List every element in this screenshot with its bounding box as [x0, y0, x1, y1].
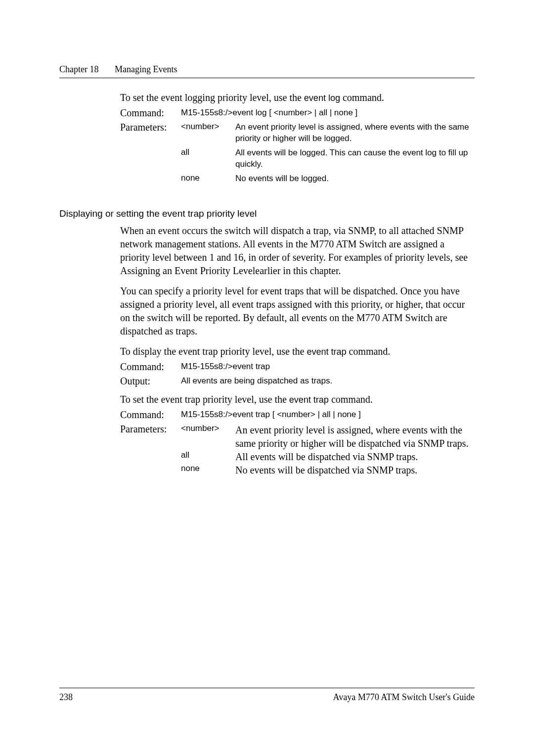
intro-set-event-trap: To set the event trap priority level, us… — [120, 393, 475, 406]
param-desc: All events will be logged. This can caus… — [235, 147, 475, 170]
section-heading: Displaying or setting the event trap pri… — [59, 208, 475, 219]
intro-post: command. — [346, 346, 390, 357]
output-row: Output: All events are being dispatched … — [120, 376, 475, 387]
parameters-list: <number> An event priority level is assi… — [181, 122, 475, 185]
parameters-row: Parameters: <number> An event priority l… — [120, 122, 475, 185]
param-desc: All events will be dispatched via SNMP t… — [235, 450, 475, 464]
command-value: M15-155s8:/>event trap — [181, 361, 475, 373]
intro-post: command. — [329, 394, 373, 405]
param-desc: No events will be logged. — [235, 173, 475, 185]
command-row: Command: M15-155s8:/>event trap [ <numbe… — [120, 409, 475, 421]
param-key: <number> — [181, 122, 235, 144]
output-value: All events are being dispatched as traps… — [181, 376, 475, 387]
param-key: none — [181, 464, 235, 477]
command-value: M15-155s8:/>event trap [ <number> | all … — [181, 409, 475, 421]
param-key: all — [181, 450, 235, 464]
chapter-number: Chapter 18 — [59, 64, 98, 74]
command-block-event-trap-display: Command: M15-155s8:/>event trap Output: … — [120, 361, 475, 387]
header-rule — [59, 78, 475, 78]
parameters-label: Parameters: — [120, 424, 181, 477]
param-desc: No events will be dispatched via SNMP tr… — [235, 464, 475, 477]
intro-cmd: event trap — [289, 395, 329, 405]
command-row: Command: M15-155s8:/>event log [ <number… — [120, 107, 475, 119]
param-desc: An event priority level is assigned, whe… — [235, 122, 475, 144]
intro-cmd: event trap — [307, 347, 346, 357]
parameters-list: <number> An event priority level is assi… — [181, 424, 475, 477]
param-row: <number> An event priority level is assi… — [181, 122, 475, 144]
intro-post: command. — [340, 92, 384, 103]
command-value: M15-155s8:/>event log [ <number> | all |… — [181, 107, 475, 119]
paragraph-1: When an event occurs the switch will dis… — [120, 224, 475, 278]
footer-title: Avaya M770 ATM Switch User's Guide — [333, 692, 475, 703]
chapter-header: Chapter 18 Managing Events — [59, 64, 475, 75]
param-row: all All events will be logged. This can … — [181, 147, 475, 170]
param-row: all All events will be dispatched via SN… — [181, 450, 475, 464]
page: Chapter 18 Managing Events To set the ev… — [0, 0, 534, 756]
param-key: none — [181, 173, 235, 185]
command-row: Command: M15-155s8:/>event trap — [120, 361, 475, 373]
param-row: none No events will be dispatched via SN… — [181, 464, 475, 477]
command-label: Command: — [120, 409, 181, 421]
output-label: Output: — [120, 376, 181, 387]
intro-pre: To display the event trap priority level… — [120, 346, 307, 357]
param-row: <number> An event priority level is assi… — [181, 424, 475, 450]
param-key: <number> — [181, 424, 235, 450]
command-label: Command: — [120, 361, 181, 373]
footer-row: 238 Avaya M770 ATM Switch User's Guide — [59, 692, 475, 703]
command-block-event-log: Command: M15-155s8:/>event log [ <number… — [120, 107, 475, 185]
intro-pre: To set the event logging priority level,… — [120, 92, 304, 103]
page-number: 238 — [59, 692, 73, 703]
param-row: none No events will be logged. — [181, 173, 475, 185]
parameters-row: Parameters: <number> An event priority l… — [120, 424, 475, 477]
intro-pre: To set the event trap priority level, us… — [120, 394, 289, 405]
paragraph-2: You can specify a priority level for eve… — [120, 284, 475, 338]
parameters-label: Parameters: — [120, 122, 181, 185]
page-footer: 238 Avaya M770 ATM Switch User's Guide — [59, 688, 475, 703]
command-block-event-trap-set: Command: M15-155s8:/>event trap [ <numbe… — [120, 409, 475, 477]
intro-display-event-trap: To display the event trap priority level… — [120, 345, 475, 358]
footer-rule — [59, 688, 475, 688]
intro-set-event-log: To set the event logging priority level,… — [120, 91, 475, 104]
command-label: Command: — [120, 107, 181, 119]
chapter-title: Managing Events — [115, 64, 177, 74]
param-desc: An event priority level is assigned, whe… — [235, 424, 475, 450]
intro-cmd: event log — [304, 93, 340, 103]
param-key: all — [181, 147, 235, 170]
